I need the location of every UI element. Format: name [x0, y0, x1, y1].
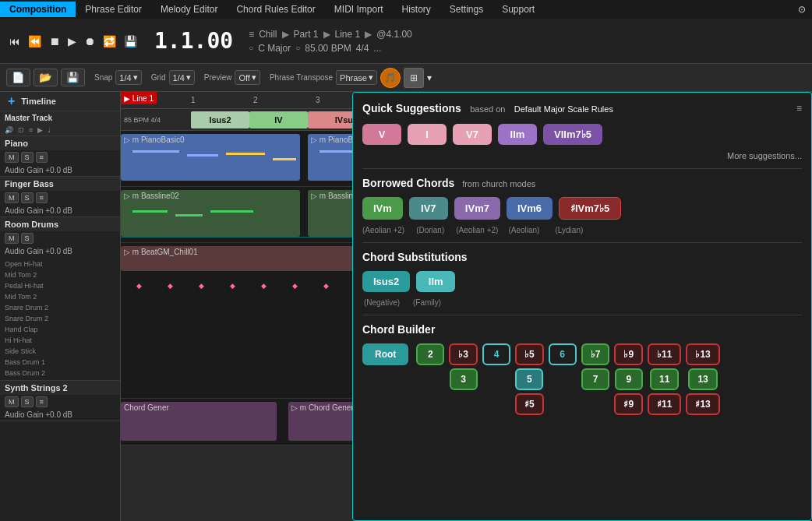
phrase-transpose-up[interactable]: 🎵 [380, 68, 401, 88]
builder-b11[interactable]: ♭11 [648, 343, 681, 365]
borrowed-sIVm7b5[interactable]: ♯IVm7♭5 [559, 197, 621, 220]
builder-6[interactable]: 6 [549, 343, 577, 365]
grid-select[interactable]: 1/4 ▾ [169, 70, 195, 85]
master-track-icon-midi[interactable]: ♩ [48, 126, 51, 134]
phrase-transpose-label: Phrase Transpose [270, 73, 333, 82]
drums-sub-handclap: Hand Clap [5, 324, 115, 335]
nav-tab-melody-editor[interactable]: Melody Editor [151, 2, 227, 17]
suggestions-title: Quick Suggestions [362, 102, 461, 114]
transport-at: @4.1.00 [376, 29, 412, 40]
ruler-3: 3 [316, 96, 320, 104]
key-radio[interactable]: ○ [249, 44, 253, 52]
builder-b13[interactable]: ♭13 [686, 343, 719, 365]
timeline-add-btn[interactable]: + [5, 94, 18, 108]
sub-label-1: (Family) [408, 298, 447, 307]
snap-select[interactable]: 1/4 ▾ [115, 70, 141, 85]
chord-isus2[interactable]: Isus2 [191, 111, 249, 128]
drums-sub-pedalhihat: Pedal Hi-hat [5, 280, 115, 291]
transport-controls: ⏮ ⏪ ⏹ ▶ ⏺ 🔁 💾 [8, 33, 139, 49]
builder-b3[interactable]: ♭3 [449, 343, 478, 365]
borrowed-IVm7[interactable]: IVm7 [454, 197, 500, 220]
builder-s9[interactable]: ♯9 [614, 393, 643, 415]
quick-chord-IIm[interactable]: IIm [498, 124, 537, 145]
piano-solo-btn[interactable]: S [21, 152, 34, 163]
transport-record[interactable]: ⏺ [83, 33, 97, 49]
builder-3[interactable]: 3 [450, 368, 478, 390]
phrase-resize-btn[interactable]: ⊞ [404, 68, 424, 88]
builder-11[interactable]: 11 [650, 368, 679, 390]
piano-menu-btn[interactable]: ≡ [36, 152, 48, 163]
synth-menu-btn[interactable]: ≡ [36, 396, 48, 407]
builder-s5[interactable]: ♯5 [515, 393, 544, 415]
nav-tab-composition[interactable]: Composition [0, 2, 76, 17]
bass-gain: Audio Gain +0.0 dB [0, 205, 120, 216]
transport-rew[interactable]: ⏪ [26, 33, 43, 49]
save-file-btn[interactable]: 💾 [61, 69, 85, 86]
transport-bpm: 85.00 BPM [305, 43, 351, 54]
piano-mute-btn[interactable]: M [5, 152, 19, 163]
builder-s13[interactable]: ♯13 [686, 393, 719, 415]
builder-7[interactable]: 7 [581, 368, 609, 390]
bass-mute-btn[interactable]: M [5, 192, 19, 203]
quick-chord-V7[interactable]: V7 [453, 124, 492, 145]
builder-s11[interactable]: ♯11 [648, 393, 681, 415]
master-track-icon-eq[interactable]: ≡ [29, 126, 33, 134]
builder-b5[interactable]: ♭5 [515, 343, 544, 365]
new-file-btn[interactable]: 📄 [6, 69, 30, 86]
borrowed-IV7[interactable]: IV7 [409, 197, 448, 220]
quick-chord-VIIm7b5[interactable]: VIIm7♭5 [543, 124, 602, 145]
chord-iv[interactable]: IV [249, 111, 308, 128]
master-track-icon-pan[interactable]: ⊡ [18, 126, 24, 134]
main-area: + Timeline Master Track 🔊 ⊡ ≡ ▶ ♩ Piano … [0, 92, 812, 521]
nav-tab-settings[interactable]: Settings [440, 2, 492, 17]
builder-13[interactable]: 13 [688, 368, 717, 390]
transport-prev[interactable]: ⏮ [8, 33, 22, 49]
master-track-icon-volume[interactable]: 🔊 [5, 126, 13, 134]
builder-9[interactable]: 9 [615, 368, 643, 390]
synth-solo-btn[interactable]: S [21, 396, 34, 407]
borrowed-IVm6[interactable]: IVm6 [507, 197, 553, 220]
transport-more[interactable]: ... [373, 43, 381, 54]
nav-tab-midi-import[interactable]: MIDI Import [325, 2, 393, 17]
quick-chord-I[interactable]: I [408, 124, 447, 145]
open-file-btn[interactable]: 📂 [34, 69, 58, 86]
transport-play[interactable]: ▶ [66, 33, 78, 49]
builder-5[interactable]: 5 [515, 368, 543, 390]
bass-menu-btn[interactable]: ≡ [36, 192, 48, 203]
nav-tab-chord-rules[interactable]: Chord Rules Editor [227, 2, 324, 17]
synth-mute-btn[interactable]: M [5, 396, 19, 407]
suggestions-menu-icon[interactable]: ≡ [796, 103, 802, 114]
synth-clip-1[interactable]: Chord Gener [121, 402, 277, 441]
master-track-icon-fx[interactable]: ▶ [37, 126, 43, 134]
builder-b9[interactable]: ♭9 [614, 343, 643, 365]
builder-b7[interactable]: ♭7 [581, 343, 610, 365]
builder-2[interactable]: 2 [416, 343, 444, 365]
bpm-radio[interactable]: ○ [295, 44, 300, 52]
drums-sub-sidestick: Side Stick [5, 346, 115, 357]
nav-tab-phrase-editor[interactable]: Phrase Editor [76, 2, 151, 17]
borrowed-label-4: (Lydian) [549, 226, 588, 234]
transport-info: ≡ Chill ▶ Part 1 ▶ Line 1 ▶ @4.1.00 ○ C … [249, 29, 412, 54]
transport-loop[interactable]: 🔁 [101, 33, 118, 49]
transport-save[interactable]: 💾 [122, 33, 139, 49]
transport-stop[interactable]: ⏹ [48, 33, 62, 49]
quick-chord-V[interactable]: V [362, 124, 401, 145]
borrowed-IVm[interactable]: IVm [362, 197, 403, 220]
nav-tab-support[interactable]: Support [492, 2, 544, 17]
more-suggestions-link[interactable]: More suggestions... [362, 151, 802, 160]
drums-gain: Audio Gain +0.0 dB [0, 245, 120, 257]
preview-select[interactable]: Off ▾ [235, 70, 259, 85]
phrase-transpose-select[interactable]: Phrase ▾ [336, 70, 377, 85]
transport-line: Line 1 [335, 29, 361, 40]
sub-chord-IIm[interactable]: IIm [416, 271, 455, 292]
bass-solo-btn[interactable]: S [21, 192, 34, 203]
sub-chord-Isus2[interactable]: Isus2 [362, 271, 410, 292]
drums-mute-btn[interactable]: M [5, 233, 19, 244]
drums-sub-bassdrum1: Bass Drum 1 [5, 357, 115, 368]
builder-4[interactable]: 4 [482, 343, 510, 365]
nav-tab-history[interactable]: History [392, 2, 440, 17]
drums-solo-btn[interactable]: S [21, 233, 34, 244]
substitutions-title: Chord Substitutions [362, 251, 802, 263]
drums-sub-hihihat: Hi Hi-hat [5, 335, 115, 346]
builder-root[interactable]: Root [362, 343, 408, 365]
